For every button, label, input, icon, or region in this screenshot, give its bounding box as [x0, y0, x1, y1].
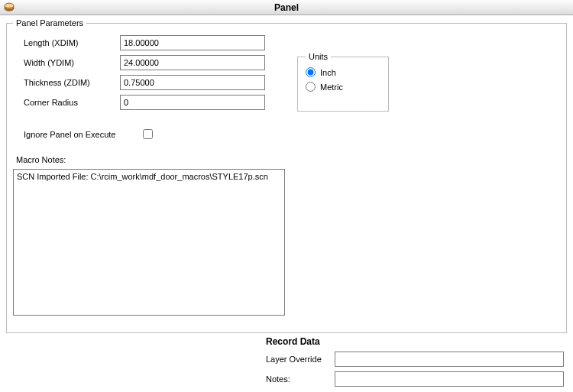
thickness-row: Thickness (ZDIM)	[13, 75, 560, 90]
app-icon	[3, 2, 15, 14]
width-label: Width (YDIM)	[13, 58, 120, 67]
units-metric-label: Metric	[320, 83, 343, 92]
macro-notes-textarea[interactable]	[13, 169, 285, 316]
length-input[interactable]	[120, 35, 265, 50]
corner-radius-input[interactable]	[120, 95, 265, 110]
layer-override-label: Layer Override	[266, 355, 335, 364]
width-input[interactable]	[120, 55, 265, 70]
ignore-panel-checkbox[interactable]	[143, 129, 153, 139]
corner-radius-label: Corner Radius	[13, 98, 120, 107]
length-label: Length (XDIM)	[13, 38, 120, 47]
units-group: Units Inch Metric	[297, 52, 389, 112]
units-metric-row: Metric	[306, 82, 380, 92]
layer-override-input[interactable]	[335, 352, 564, 367]
ignore-panel-label: Ignore Panel on Execute	[24, 130, 115, 139]
width-row: Width (YDIM)	[13, 55, 560, 70]
thickness-input[interactable]	[120, 75, 265, 90]
notes-label: Notes:	[266, 374, 335, 384]
notes-row: Notes:	[266, 371, 567, 387]
units-legend: Units	[306, 52, 331, 61]
units-inch-row: Inch	[306, 67, 380, 77]
svg-point-2	[5, 3, 14, 8]
units-inch-radio[interactable]	[306, 67, 316, 77]
corner-radius-row: Corner Radius	[13, 95, 560, 110]
macro-notes-label: Macro Notes:	[13, 155, 560, 164]
layer-override-row: Layer Override	[266, 352, 567, 367]
panel-parameters-legend: Panel Parameters	[13, 18, 86, 28]
thickness-label: Thickness (ZDIM)	[13, 78, 120, 87]
panel-parameters-group: Panel Parameters Length (XDIM) Width (YD…	[6, 18, 567, 333]
record-data-section: Record Data Layer Override Notes:	[6, 336, 567, 387]
client-area: Panel Parameters Length (XDIM) Width (YD…	[0, 15, 573, 392]
units-inch-label: Inch	[320, 68, 336, 77]
window-titlebar: Panel	[0, 0, 573, 15]
units-metric-radio[interactable]	[306, 82, 316, 92]
notes-input[interactable]	[335, 371, 564, 387]
length-row: Length (XDIM)	[13, 35, 560, 50]
ignore-panel-row: Ignore Panel on Execute	[13, 127, 560, 141]
record-data-title: Record Data	[266, 336, 567, 347]
window-title: Panel	[274, 2, 299, 13]
